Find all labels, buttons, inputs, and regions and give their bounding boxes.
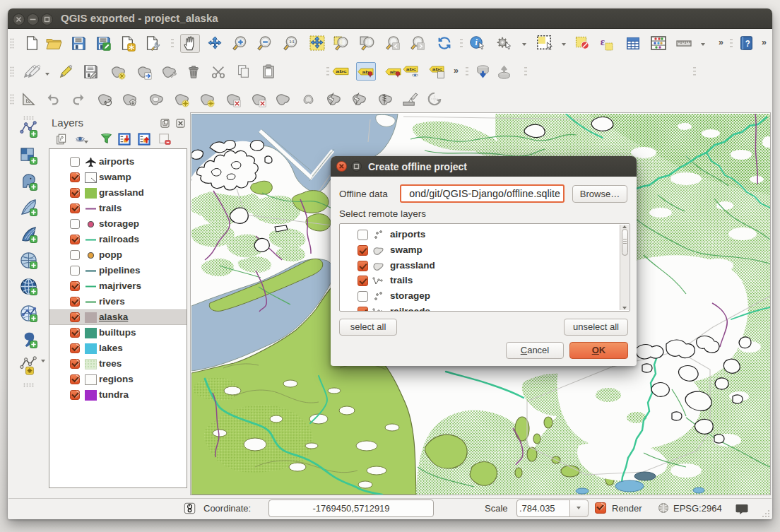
svg-text:1:1: 1:1 — [289, 40, 294, 44]
